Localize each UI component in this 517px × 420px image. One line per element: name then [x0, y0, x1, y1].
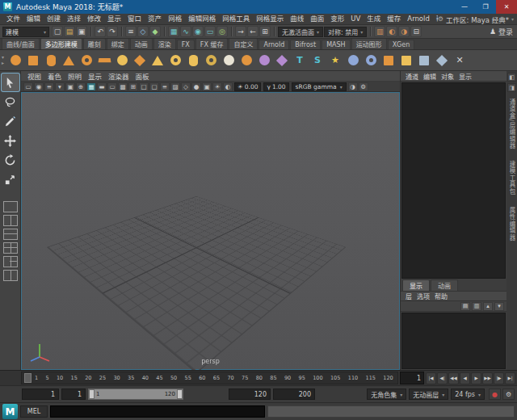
snap-to-curve-icon[interactable]: ∿ [180, 26, 191, 37]
menu-set-dropdown[interactable]: 建模 ▾ [2, 27, 49, 37]
film-gate-icon[interactable]: ▬ [97, 82, 107, 91]
menu-item[interactable]: 渲染器 [105, 71, 132, 81]
poly-disc-icon[interactable] [114, 52, 130, 69]
range-end-handle[interactable] [177, 389, 183, 399]
playback-end-field[interactable]: 120 [229, 388, 271, 400]
symmetry-dropdown[interactable]: 对称: 禁用▾ [324, 27, 367, 37]
menu-item[interactable]: 文件 [3, 14, 23, 24]
grid-toggle-icon[interactable]: ▦ [86, 82, 96, 91]
lasso-tool[interactable] [2, 93, 19, 111]
2d-pan-zoom-icon[interactable]: ⊕ [76, 82, 86, 91]
separate-icon[interactable] [398, 52, 414, 69]
menu-item[interactable]: 资产 [145, 14, 165, 24]
open-scene-icon[interactable]: ▤ [64, 26, 75, 37]
input-connections-icon[interactable]: → [235, 26, 246, 37]
viewport-settings-icon[interactable]: ⚙ [359, 82, 368, 91]
menu-item[interactable]: 显示 [85, 71, 105, 81]
new-layer-from-selected-button[interactable]: ▥ [472, 302, 481, 311]
four-pane-layout[interactable] [3, 242, 18, 254]
go-to-start-button[interactable]: |◀ [426, 372, 436, 384]
single-pane-layout[interactable] [3, 201, 18, 212]
auto-keyframe-button[interactable]: ● [489, 388, 501, 400]
three-pane-split-right-layout[interactable] [3, 256, 18, 267]
anim-layer-dropdown[interactable]: 无动画层 ▾ [409, 388, 448, 400]
side-tab[interactable]: 通道盒/层编辑器 [507, 97, 516, 151]
step-forward-key-button[interactable]: ▶▶ [482, 372, 493, 384]
new-empty-layer-button[interactable]: ▤ [460, 302, 470, 311]
wireframe-icon[interactable]: ◇ [181, 82, 191, 91]
poly-pipe-icon[interactable] [167, 52, 183, 69]
range-slider[interactable]: 1 120 [88, 388, 183, 400]
shelf-tab[interactable]: 多边形建模 [40, 39, 82, 49]
menu-item[interactable]: 网格工具 [219, 14, 253, 24]
type-tool-icon[interactable]: T [292, 52, 308, 69]
menu-item[interactable]: 通道 [403, 72, 421, 81]
animation-start-field[interactable]: 1 [22, 388, 59, 400]
save-scene-icon[interactable]: ▣ [76, 26, 87, 37]
close-button[interactable]: ✕ [496, 0, 517, 14]
combine-icon[interactable] [380, 52, 397, 69]
star-icon[interactable]: ★ [327, 52, 343, 69]
render-settings-icon[interactable]: ⊟ [410, 26, 422, 37]
play-forwards-button[interactable]: ▶ [471, 372, 481, 384]
select-component-icon[interactable]: ◆ [149, 26, 161, 37]
playback-start-field[interactable]: 1 [61, 388, 86, 400]
shelf-tab[interactable]: 自定义 [229, 39, 258, 49]
scale-tool[interactable] [2, 170, 19, 188]
shadows-icon[interactable]: ◐ [223, 82, 233, 91]
poly-cube-icon[interactable] [25, 52, 41, 69]
menu-item[interactable]: 生成 [364, 14, 384, 24]
step-back-key-button[interactable]: ◀◀ [448, 372, 459, 384]
undo-icon[interactable]: ↶ [95, 26, 106, 37]
make-live-icon[interactable]: ◎ [216, 26, 228, 37]
menu-item[interactable]: 网格显示 [253, 14, 287, 24]
menu-item[interactable]: 显示 [456, 72, 474, 81]
soccer-ball-icon[interactable] [221, 52, 237, 69]
play-backwards-button[interactable]: ◀ [460, 372, 470, 384]
shelf-tab[interactable]: MASH [322, 40, 350, 49]
menu-item[interactable]: 着色 [44, 71, 65, 81]
menu-item[interactable]: 曲线 [287, 14, 307, 24]
extrude-icon[interactable] [416, 52, 432, 69]
layer-tab[interactable]: 动画 [431, 279, 458, 291]
svg-tool-icon[interactable]: S [309, 52, 326, 69]
current-frame-field[interactable]: 1 [400, 372, 424, 384]
shelf-tab[interactable]: FX 缓存 [195, 39, 229, 49]
sign-in-button[interactable]: ♟ 登录 [490, 27, 515, 37]
bookmarks-icon[interactable]: ▾ [55, 82, 65, 91]
shelf-tab[interactable]: XGen [388, 40, 415, 49]
multi-cut-icon[interactable]: ✕ [452, 52, 468, 69]
side-tab[interactable]: 建模工具包 [507, 159, 516, 197]
command-line-input[interactable] [50, 405, 265, 418]
step-forward-frame-button[interactable]: |▶ [494, 372, 504, 384]
menu-item[interactable]: Arnold [404, 14, 433, 24]
menu-item[interactable]: 网格 [165, 14, 185, 24]
hud-icon[interactable]: ≡ [160, 82, 170, 91]
go-to-end-button[interactable]: ▶| [505, 372, 515, 384]
shelf-tab[interactable]: Bifrost [290, 40, 321, 49]
dock-left-icon[interactable]: ◧ [507, 73, 516, 82]
poly-helix-icon[interactable] [185, 52, 201, 69]
spherical-harmonics-icon[interactable] [256, 52, 272, 69]
menu-item[interactable]: 曲面 [307, 14, 327, 24]
workspace-selector[interactable]: ⚙ 工作区: Maya 经典* ▾ [438, 15, 514, 24]
menu-item[interactable]: 创建 [44, 14, 64, 24]
safe-title-icon[interactable]: ▢ [149, 82, 159, 91]
shelf-tab[interactable]: Arnold [258, 40, 289, 49]
two-pane-stacked-layout[interactable] [3, 229, 18, 240]
image-plane-icon[interactable]: ▣ [65, 82, 75, 91]
paint-select-tool[interactable] [2, 112, 19, 130]
bevel-icon[interactable] [434, 52, 450, 69]
dock-right-icon[interactable]: ◨ [507, 83, 516, 92]
move-layer-down-button[interactable]: ▾ [494, 302, 504, 311]
boolean-union-icon[interactable] [345, 52, 361, 69]
menu-item[interactable]: 面板 [132, 71, 153, 81]
menu-item[interactable]: 照明 [65, 71, 85, 81]
animation-end-field[interactable]: 200 [273, 388, 315, 400]
character-set-dropdown[interactable]: 无角色集 ▾ [367, 388, 406, 400]
color-management-icon[interactable]: ◑ [348, 82, 358, 91]
command-line-mode-button[interactable]: MEL [20, 405, 48, 418]
menu-item[interactable]: 缓存 [384, 14, 404, 24]
menu-item[interactable]: 编辑 [23, 14, 44, 24]
menu-item[interactable]: 视图 [24, 71, 44, 81]
